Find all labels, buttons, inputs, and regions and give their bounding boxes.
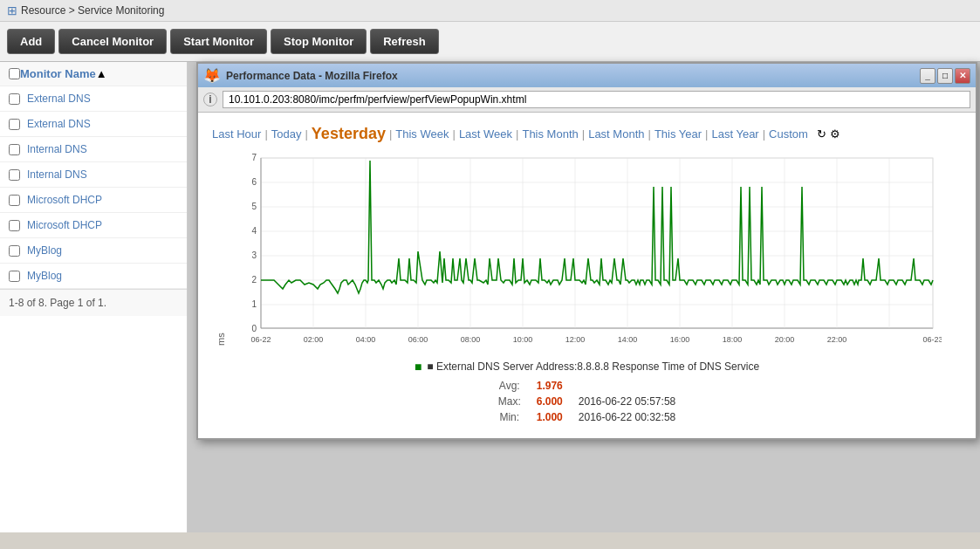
add-button[interactable]: Add: [7, 29, 55, 54]
firefox-title-left: 🦊 Performance Data - Mozilla Firefox: [203, 67, 398, 84]
svg-text:02:00: 02:00: [304, 335, 324, 344]
list-item: External DNS: [0, 86, 187, 112]
min-label: Min:: [491, 410, 528, 424]
row-checkbox-0[interactable]: [9, 93, 20, 105]
legend-item: ■ ■ External DNS Server Address:8.8.8.8 …: [212, 360, 962, 374]
legend-color-box: ■: [415, 360, 421, 374]
monitor-link-6[interactable]: MyBlog: [27, 244, 62, 257]
svg-rect-0: [261, 158, 933, 328]
row-checkbox-2[interactable]: [9, 144, 20, 155]
monitor-link-5[interactable]: Microsoft DHCP: [27, 219, 102, 231]
svg-text:08:00: 08:00: [461, 335, 481, 344]
monitor-link-0[interactable]: External DNS: [27, 93, 91, 105]
svg-text:20:00: 20:00: [775, 335, 795, 344]
svg-text:06-23: 06-23: [922, 335, 942, 344]
svg-text:7: 7: [251, 154, 257, 162]
avg-value: 1.976: [530, 379, 570, 393]
nav-last-week[interactable]: Last Week: [459, 127, 512, 141]
settings-chart-icon[interactable]: ⚙: [830, 127, 840, 141]
nav-last-hour[interactable]: Last Hour: [212, 127, 261, 141]
nav-last-year[interactable]: Last Year: [711, 127, 758, 141]
refresh-chart-icon[interactable]: ↻: [817, 127, 826, 141]
window-controls: _ □ ✕: [920, 68, 970, 84]
row-checkbox-6[interactable]: [9, 245, 20, 257]
avg-label: Avg:: [491, 379, 528, 393]
svg-text:18:00: 18:00: [723, 335, 743, 344]
list-item: Internal DNS: [0, 137, 187, 162]
address-input[interactable]: [223, 91, 970, 108]
svg-text:5: 5: [251, 202, 257, 211]
nav-this-month[interactable]: This Month: [522, 127, 578, 141]
row-checkbox-7[interactable]: [9, 271, 20, 282]
max-label: Max:: [491, 395, 528, 408]
svg-text:04:00: 04:00: [356, 335, 376, 344]
list-item: Microsoft DHCP: [0, 213, 187, 238]
monitor-link-3[interactable]: Internal DNS: [27, 168, 87, 181]
legend-label-text: ■ External DNS Server Address:8.8.8.8 Re…: [427, 360, 759, 373]
nav-this-week[interactable]: This Week: [395, 127, 449, 141]
legend-stats: Avg: 1.976 Max: 6.000 2016-06-22 05:57:5…: [212, 377, 962, 426]
avg-row: Avg: 1.976: [491, 379, 682, 393]
sidebar-footer: 1-8 of 8. Page 1 of 1.: [0, 289, 187, 316]
firefox-titlebar: 🦊 Performance Data - Mozilla Firefox _ □…: [198, 64, 976, 87]
max-value: 6.000: [530, 395, 570, 408]
firefox-popup-window: 🦊 Performance Data - Mozilla Firefox _ □…: [196, 62, 977, 440]
monitor-link-1[interactable]: External DNS: [27, 118, 91, 130]
performance-chart: 7 6 5 4 3 2 1 0 06-22 02:00 04:00: [226, 154, 942, 346]
list-item: MyBlog: [0, 264, 187, 289]
monitor-name-header[interactable]: Monitor Name: [20, 67, 96, 80]
top-bar: ⊞ Resource > Service Monitoring: [0, 0, 980, 22]
min-value: 1.000: [530, 410, 570, 424]
toolbar: Add Cancel Monitor Start Monitor Stop Mo…: [0, 22, 980, 62]
list-item: Internal DNS: [0, 162, 187, 188]
main-layout: Monitor Name ▲ External DNSExternal DNSI…: [0, 62, 980, 532]
nav-custom[interactable]: Custom: [769, 127, 808, 141]
nav-this-year[interactable]: This Year: [654, 127, 702, 141]
cancel-monitor-button[interactable]: Cancel Monitor: [58, 29, 167, 54]
nav-yesterday-active[interactable]: Yesterday: [312, 125, 386, 143]
chart-legend: ■ ■ External DNS Server Address:8.8.8.8 …: [212, 360, 962, 426]
select-all-checkbox[interactable]: [9, 68, 20, 79]
svg-text:0: 0: [251, 324, 257, 333]
content-area: 🦊 Performance Data - Mozilla Firefox _ □…: [188, 62, 980, 532]
svg-text:1: 1: [251, 299, 257, 309]
breadcrumb: ⊞ Resource > Service Monitoring: [7, 3, 164, 17]
row-checkbox-1[interactable]: [9, 119, 20, 130]
chart-area: ms: [212, 154, 962, 346]
svg-text:16:00: 16:00: [670, 335, 690, 344]
max-date: 2016-06-22 05:57:58: [572, 395, 682, 408]
row-checkbox-4[interactable]: [9, 195, 20, 206]
breadcrumb-text: Resource > Service Monitoring: [21, 4, 164, 17]
nav-today[interactable]: Today: [271, 127, 302, 141]
svg-text:14:00: 14:00: [618, 335, 638, 344]
row-checkbox-5[interactable]: [9, 220, 20, 231]
monitor-link-2[interactable]: Internal DNS: [27, 143, 87, 155]
monitor-link-4[interactable]: Microsoft DHCP: [27, 194, 102, 206]
perf-content: Last Hour | Today | Yesterday | This Wee…: [198, 113, 976, 438]
list-item: External DNS: [0, 112, 187, 137]
chart-svg-container: 7 6 5 4 3 2 1 0 06-22 02:00 04:00: [226, 154, 942, 346]
list-item: MyBlog: [0, 238, 187, 264]
minimize-button[interactable]: _: [920, 68, 935, 84]
info-icon: i: [203, 93, 217, 106]
monitor-link-7[interactable]: MyBlog: [27, 270, 62, 282]
svg-text:2: 2: [251, 275, 257, 285]
svg-text:4: 4: [251, 226, 257, 236]
svg-text:06-22: 06-22: [250, 335, 271, 344]
stop-monitor-button[interactable]: Stop Monitor: [271, 29, 367, 54]
close-button[interactable]: ✕: [955, 68, 970, 84]
firefox-title-text: Performance Data - Mozilla Firefox: [226, 70, 398, 82]
y-axis-label: ms: [212, 154, 226, 346]
list-item: Microsoft DHCP: [0, 188, 187, 213]
svg-text:6: 6: [251, 177, 257, 187]
start-monitor-button[interactable]: Start Monitor: [170, 29, 267, 54]
resource-icon: ⊞: [7, 3, 17, 17]
refresh-button[interactable]: Refresh: [370, 29, 438, 54]
nav-last-month[interactable]: Last Month: [588, 127, 644, 141]
svg-text:3: 3: [251, 250, 257, 260]
maximize-button[interactable]: □: [937, 68, 953, 84]
sidebar: Monitor Name ▲ External DNSExternal DNSI…: [0, 62, 188, 532]
svg-text:12:00: 12:00: [565, 335, 586, 344]
row-checkbox-3[interactable]: [9, 169, 20, 181]
sort-icon: ▲: [96, 67, 107, 80]
